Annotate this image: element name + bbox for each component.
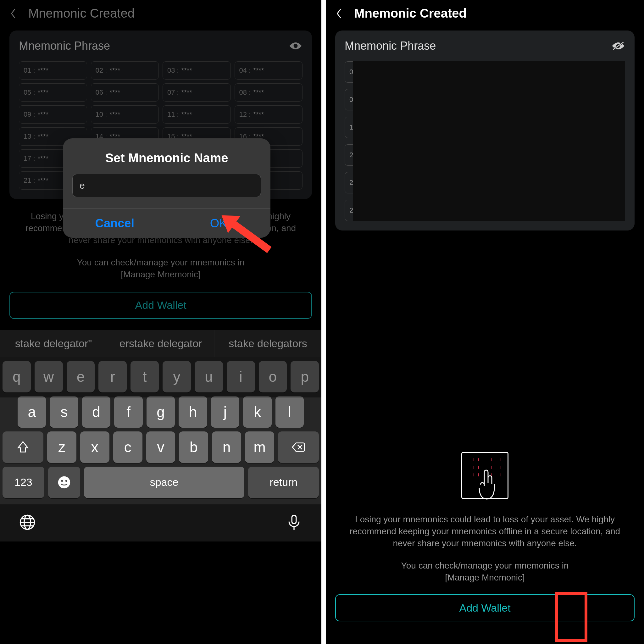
shift-icon (16, 440, 30, 454)
key-h[interactable]: h (179, 396, 207, 428)
key-b[interactable]: b (179, 431, 208, 463)
keyboard-bottom (0, 504, 321, 541)
mic-icon[interactable] (286, 514, 303, 531)
key-c[interactable]: c (113, 431, 142, 463)
key-row-2: asdfghjkl (0, 392, 321, 428)
key-k[interactable]: k (243, 396, 271, 428)
mnemonic-card: Mnemonic Phrase 001222 (335, 31, 635, 230)
warning-manage-line1: You can check/manage your mnemonics in (345, 560, 625, 572)
key-n[interactable]: n (212, 431, 241, 463)
key-123[interactable]: 123 (3, 467, 44, 498)
back-button[interactable] (333, 8, 345, 19)
set-mnemonic-name-dialog: Set Mnemonic Name e Cancel OK (63, 138, 270, 238)
add-wallet-label: Add Wallet (459, 602, 510, 614)
input-value: e (80, 180, 85, 191)
key-j[interactable]: j (211, 396, 239, 428)
mnemonic-name-input[interactable]: e (72, 174, 261, 197)
globe-icon[interactable] (19, 514, 36, 531)
svg-point-4 (65, 480, 67, 482)
warning-manage-line2: [Manage Mnemonic] (345, 572, 625, 584)
add-wallet-button[interactable]: Add Wallet (335, 594, 635, 621)
key-z[interactable]: z (47, 431, 76, 463)
key-shift[interactable] (3, 431, 43, 463)
header: Mnemonic Created (326, 0, 644, 27)
eye-off-icon[interactable] (611, 41, 625, 51)
key-row-4: 123 space return (0, 463, 321, 504)
key-emoji[interactable] (48, 467, 80, 498)
key-a[interactable]: a (18, 396, 46, 428)
svg-point-3 (61, 480, 63, 482)
stage: Mnemonic Created Mnemonic Phrase 01 : **… (0, 0, 644, 644)
warning-text: Losing your mnemonics could lead to loss… (345, 514, 625, 549)
svg-point-2 (58, 476, 70, 488)
svg-rect-10 (292, 515, 296, 524)
key-row-3: zxcvbnm (0, 428, 321, 463)
page-title: Mnemonic Created (354, 6, 467, 20)
key-v[interactable]: v (146, 431, 175, 463)
dialog-title: Set Mnemonic Name (63, 138, 270, 174)
phone-right: Mnemonic Created Mnemonic Phrase 001222 (326, 0, 644, 644)
chevron-left-icon (336, 8, 342, 19)
hand-icon (474, 469, 496, 501)
annotation-highlight (555, 592, 587, 642)
key-f[interactable]: f (114, 396, 142, 428)
phone-left: Mnemonic Created Mnemonic Phrase 01 : **… (0, 0, 321, 644)
key-x[interactable]: x (80, 431, 109, 463)
warning-manage: You can check/manage your mnemonics in [… (345, 560, 625, 584)
mnemonic-cover (353, 61, 625, 221)
card-title: Mnemonic Phrase (345, 39, 436, 53)
cancel-button[interactable]: Cancel (63, 209, 167, 238)
secure-illustration (461, 452, 508, 499)
emoji-icon (57, 475, 71, 490)
card-header: Mnemonic Phrase (345, 39, 625, 53)
key-return[interactable]: return (248, 467, 319, 498)
key-g[interactable]: g (147, 396, 175, 428)
key-space[interactable]: space (84, 467, 245, 498)
pane-divider (321, 0, 326, 644)
key-l[interactable]: l (275, 396, 304, 428)
key-delete[interactable] (278, 431, 319, 463)
key-d[interactable]: d (82, 396, 110, 428)
backspace-icon (291, 440, 306, 454)
key-m[interactable]: m (245, 431, 274, 463)
dialog-buttons: Cancel OK (63, 208, 270, 238)
key-s[interactable]: s (50, 396, 78, 428)
